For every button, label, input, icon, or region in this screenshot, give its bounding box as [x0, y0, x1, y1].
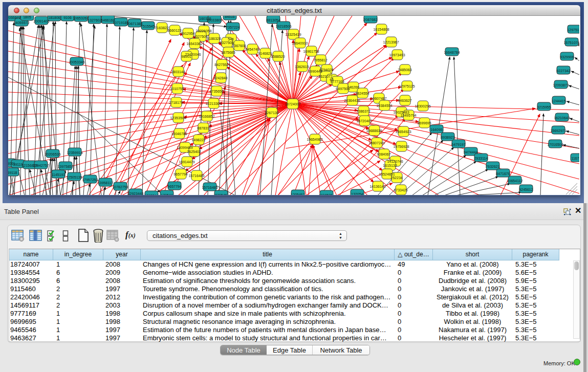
- svg-text:20364436: 20364436: [344, 99, 360, 102]
- svg-text:10782759: 10782759: [112, 185, 128, 189]
- svg-text:1805: 1805: [23, 16, 31, 19]
- svg-text:17016504: 17016504: [547, 143, 563, 146]
- svg-text:7632621: 7632621: [486, 165, 499, 168]
- svg-text:4735650: 4735650: [209, 90, 223, 93]
- svg-text:1205467: 1205467: [291, 193, 304, 195]
- svg-text:7515545: 7515545: [141, 25, 155, 28]
- svg-text:8938923: 8938923: [441, 136, 454, 139]
- svg-text:10607487: 10607487: [371, 97, 386, 100]
- svg-text:252234: 252234: [390, 176, 402, 180]
- svg-text:15716485: 15716485: [202, 186, 217, 189]
- svg-text:13524851: 13524851: [379, 172, 395, 176]
- svg-text:6479197: 6479197: [451, 143, 465, 146]
- svg-text:2087682: 2087682: [363, 18, 377, 21]
- svg-text:7955812: 7955812: [313, 58, 327, 62]
- svg-text:3267130: 3267130: [265, 111, 278, 115]
- svg-text:19654982: 19654982: [307, 138, 322, 141]
- svg-text:9329906: 9329906: [560, 55, 574, 59]
- svg-text:19166852: 19166852: [199, 115, 214, 118]
- svg-text:7625402: 7625402: [187, 150, 201, 154]
- svg-text:116753: 116753: [572, 157, 579, 160]
- svg-text:2718170: 2718170: [169, 101, 183, 104]
- svg-text:9474444: 9474444: [464, 150, 477, 154]
- svg-text:12353504: 12353504: [170, 116, 186, 120]
- svg-text:10973493: 10973493: [389, 53, 405, 57]
- svg-text:164095: 164095: [430, 128, 442, 132]
- svg-text:129544: 129544: [161, 193, 172, 195]
- svg-text:9146821: 9146821: [258, 52, 272, 55]
- svg-text:10671385: 10671385: [126, 22, 142, 26]
- svg-text:1588520: 1588520: [271, 55, 285, 58]
- svg-text:1327602: 1327602: [88, 18, 101, 22]
- svg-text:2803144: 2803144: [171, 70, 185, 74]
- svg-text:546: 546: [228, 37, 234, 41]
- svg-text:10654112: 10654112: [507, 179, 523, 183]
- svg-text:8471676: 8471676: [496, 172, 510, 176]
- svg-text:3215955: 3215955: [537, 105, 551, 109]
- svg-text:13654923: 13654923: [395, 130, 411, 134]
- svg-text:9106: 9106: [63, 16, 72, 19]
- svg-text:16914479: 16914479: [179, 160, 194, 164]
- svg-text:9242848: 9242848: [213, 76, 227, 80]
- svg-text:9657794: 9657794: [173, 172, 187, 176]
- svg-text:181806: 181806: [48, 16, 60, 19]
- svg-text:9245612: 9245612: [519, 188, 533, 191]
- svg-text:6794028: 6794028: [319, 68, 333, 72]
- svg-text:132054: 132054: [351, 192, 363, 195]
- svg-text:3875685: 3875685: [221, 51, 235, 54]
- svg-text:15751074: 15751074: [563, 41, 579, 45]
- svg-text:8912954: 8912954: [181, 32, 194, 35]
- svg-text:10653267: 10653267: [73, 16, 89, 20]
- svg-text:1498222: 1498222: [191, 138, 205, 142]
- svg-text:16543362: 16543362: [186, 42, 202, 46]
- svg-text:2367608: 2367608: [232, 44, 246, 48]
- svg-text:16154808: 16154808: [373, 28, 389, 31]
- svg-text:12093872: 12093872: [553, 83, 569, 87]
- svg-text:8427552: 8427552: [214, 63, 228, 67]
- svg-text:14120746: 14120746: [387, 160, 403, 163]
- svg-text:17957253: 17957253: [82, 178, 98, 182]
- svg-text:13325419: 13325419: [285, 33, 301, 36]
- svg-text:8186328: 8186328: [207, 37, 221, 40]
- svg-text:98901: 98901: [181, 55, 191, 58]
- svg-text:8454749: 8454749: [245, 48, 259, 51]
- svg-text:887831: 887831: [197, 126, 209, 130]
- svg-text:820546: 820546: [215, 193, 227, 195]
- svg-text:19384554: 19384554: [376, 104, 392, 107]
- svg-text:13975857: 13975857: [57, 165, 73, 168]
- svg-text:84516: 84516: [225, 16, 235, 18]
- svg-text:23226058: 23226058: [195, 29, 211, 33]
- svg-text:18807249: 18807249: [368, 141, 384, 145]
- svg-text:9327509: 9327509: [193, 35, 207, 38]
- svg-text:1297512: 1297512: [567, 28, 579, 32]
- svg-text:18724007: 18724007: [285, 102, 300, 106]
- svg-text:16648784: 16648784: [444, 51, 460, 54]
- svg-text:18300295: 18300295: [415, 104, 430, 108]
- svg-text:1615132: 1615132: [383, 164, 397, 167]
- svg-text:16961758: 16961758: [303, 50, 319, 53]
- svg-text:12975125: 12975125: [399, 84, 415, 88]
- svg-text:13958117: 13958117: [98, 181, 114, 185]
- svg-text:10688639: 10688639: [366, 129, 382, 133]
- svg-text:20206536: 20206536: [45, 152, 60, 156]
- svg-text:1292344: 1292344: [144, 194, 158, 195]
- svg-text:15716485: 15716485: [188, 174, 204, 178]
- svg-text:20053346: 20053346: [69, 60, 84, 64]
- svg-text:15692971: 15692971: [550, 129, 566, 133]
- svg-text:12213369: 12213369: [205, 102, 221, 105]
- svg-text:1145193: 1145193: [52, 173, 66, 177]
- svg-text:9777169: 9777169: [330, 80, 344, 83]
- svg-text:12505135: 12505135: [66, 176, 82, 179]
- svg-text:9463627: 9463627: [398, 99, 411, 102]
- svg-text:15720407: 15720407: [356, 119, 372, 123]
- svg-text:9227342: 9227342: [556, 69, 570, 73]
- svg-text:9699695: 9699695: [417, 121, 431, 125]
- svg-text:2055572: 2055572: [8, 16, 21, 19]
- svg-text:14136141: 14136141: [369, 185, 385, 188]
- svg-text:2933114: 2933114: [474, 157, 488, 160]
- svg-text:7357224: 7357224: [226, 26, 239, 29]
- svg-text:7386372: 7386372: [356, 110, 370, 113]
- svg-text:10046786: 10046786: [171, 132, 187, 136]
- svg-text:18640910: 18640910: [292, 41, 308, 45]
- svg-text:12213967: 12213967: [383, 40, 399, 44]
